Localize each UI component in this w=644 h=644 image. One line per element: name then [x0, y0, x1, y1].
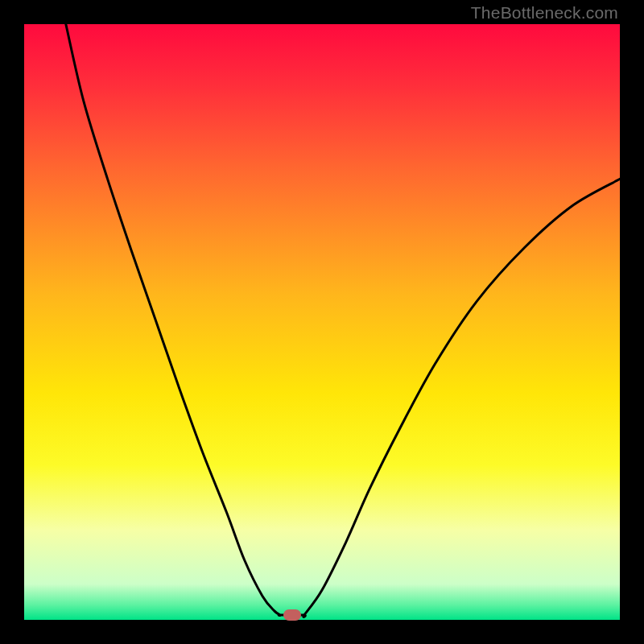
chart-frame	[24, 24, 620, 620]
watermark-text: TheBottleneck.com	[471, 3, 618, 23]
optimum-marker	[283, 609, 301, 621]
chart-background	[24, 24, 620, 620]
chart-svg	[24, 24, 620, 620]
